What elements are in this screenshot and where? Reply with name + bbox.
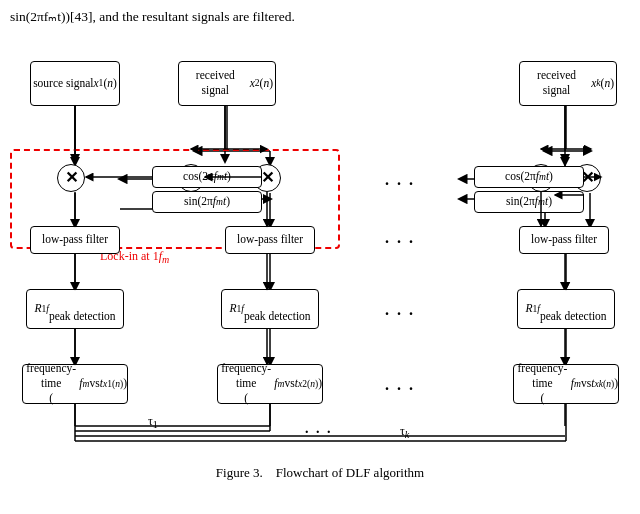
- ellipsis-tau: . . .: [305, 421, 333, 437]
- ft-1: frequency-time(fm vs tx1(n)): [22, 364, 128, 404]
- ellipsis-peak: . . .: [385, 301, 415, 319]
- ellipsis-lpf: . . .: [385, 229, 415, 247]
- cos-box-k: cos(2πfmt): [474, 166, 584, 188]
- tau-1-label: τ1: [148, 414, 158, 430]
- ft-2: frequency-time(fm vs tx2(n)): [217, 364, 323, 404]
- peak-1: R1fpeak detection: [26, 289, 124, 329]
- ellipsis-top: . . .: [385, 171, 415, 189]
- lpf-k: low-pass filter: [519, 226, 609, 254]
- peak-k: R1fpeak detection: [517, 289, 615, 329]
- figure-caption: Figure 3. Flowchart of DLF algorithm: [0, 461, 640, 485]
- sin-box-k: sin(2πfmt): [474, 191, 584, 213]
- top-text: sin(2πfₘt))[43], and the resultant signa…: [0, 0, 640, 31]
- received-signal-2-box: received signalx2(n): [178, 61, 276, 106]
- lpf-1: low-pass filter: [30, 226, 120, 254]
- received-signal-k-box: received signalxk(n): [519, 61, 617, 106]
- tau-k-label: τk: [400, 424, 409, 440]
- source-signal-box: source signalx1(n): [30, 61, 120, 106]
- peak-2: R1fpeak detection: [221, 289, 319, 329]
- ellipsis-ft: . . .: [385, 376, 415, 394]
- lpf-2: low-pass filter: [225, 226, 315, 254]
- diagram-area: source signalx1(n) received signalx2(n) …: [0, 31, 640, 461]
- ft-k: frequency-time(fm vs txk(n)): [513, 364, 619, 404]
